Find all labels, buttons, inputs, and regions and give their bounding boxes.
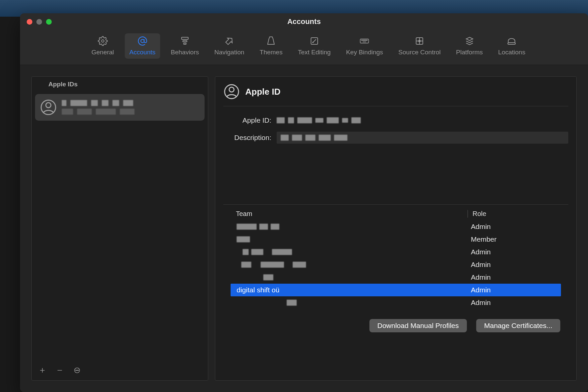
svg-rect-2	[182, 37, 188, 39]
table-header: Team Role	[231, 207, 561, 220]
table-row[interactable]: Admin	[231, 220, 561, 233]
svg-point-11	[367, 40, 367, 41]
apple-id-value	[277, 117, 568, 123]
svg-point-30	[229, 87, 234, 92]
role-cell: Admin	[471, 223, 558, 231]
svg-point-0	[101, 40, 104, 42]
tab-label: Locations	[498, 49, 525, 56]
tab-behaviors[interactable]: Behaviors	[166, 33, 204, 59]
tab-label: Platforms	[456, 49, 483, 56]
svg-point-7	[362, 40, 362, 41]
svg-point-8	[363, 40, 364, 41]
gear-icon	[97, 36, 108, 46]
source-control-icon	[414, 36, 425, 46]
table-row-selected[interactable]: digital shift oü Admin	[231, 284, 561, 296]
table-row[interactable]: Member	[231, 233, 561, 246]
tab-label: Key Bindings	[346, 49, 383, 56]
content-area: Apple IDs	[20, 65, 588, 392]
svg-point-28	[78, 370, 79, 371]
traffic-lights	[27, 19, 52, 25]
tab-label: General	[91, 49, 114, 56]
description-value	[277, 132, 568, 144]
account-options-button[interactable]	[72, 366, 82, 375]
close-window-button[interactable]	[27, 19, 32, 25]
role-cell: Admin	[471, 261, 558, 269]
download-manual-profiles-button[interactable]: Download Manual Profiles	[369, 319, 467, 332]
apple-id-field-row: Apple ID:	[223, 116, 568, 124]
sidebar-header: Apple IDs	[32, 77, 208, 92]
apple-id-label: Apple ID:	[223, 116, 277, 124]
svg-rect-3	[183, 41, 187, 42]
role-cell: Member	[471, 235, 558, 243]
role-cell: Admin	[471, 273, 558, 281]
minimize-window-button[interactable]	[36, 19, 42, 25]
titlebar: Accounts	[20, 13, 588, 30]
user-avatar-icon	[40, 99, 57, 116]
role-cell: Admin	[471, 286, 558, 294]
table-row[interactable]: Admin	[231, 258, 561, 271]
svg-rect-4	[184, 43, 186, 44]
themes-icon	[265, 36, 277, 46]
window-title: Accounts	[20, 17, 588, 26]
detail-actions: Download Manual Profiles Manage Certific…	[223, 309, 568, 332]
preferences-window: Accounts General Accounts Behaviors Navi…	[20, 13, 588, 392]
account-row[interactable]	[35, 94, 205, 121]
description-input[interactable]	[277, 132, 568, 144]
tab-text-editing[interactable]: Text Editing	[293, 33, 335, 59]
text-editing-icon	[309, 36, 320, 46]
sidebar-footer	[32, 362, 208, 380]
manage-certificates-button[interactable]: Manage Certificates...	[476, 319, 560, 332]
account-row-content	[62, 100, 200, 115]
account-detail-panel: Apple ID Apple ID:	[215, 76, 577, 381]
locations-icon	[506, 36, 517, 46]
user-avatar-icon	[223, 83, 240, 100]
tab-label: Text Editing	[298, 49, 331, 56]
tab-locations[interactable]: Locations	[494, 33, 530, 59]
column-role[interactable]: Role	[468, 210, 558, 218]
tab-source-control[interactable]: Source Control	[394, 33, 446, 59]
svg-point-21	[46, 103, 51, 108]
at-icon	[137, 36, 148, 46]
tab-platforms[interactable]: Platforms	[452, 33, 488, 59]
tab-accounts[interactable]: Accounts	[125, 33, 160, 59]
tab-label: Accounts	[129, 49, 156, 56]
tab-label: Behaviors	[171, 49, 199, 56]
svg-point-10	[365, 40, 366, 41]
divider	[223, 204, 568, 205]
key-bindings-icon	[359, 36, 370, 46]
add-account-button[interactable]	[38, 366, 47, 375]
detail-fields: Apple ID: Descripti	[223, 106, 568, 154]
behaviors-icon	[179, 36, 191, 46]
tab-label: Themes	[260, 49, 283, 56]
table-body: Admin Member Admin Admin	[231, 220, 561, 309]
accounts-list	[32, 92, 208, 362]
table-row[interactable]: Admin	[231, 246, 561, 258]
tab-themes[interactable]: Themes	[255, 33, 287, 59]
description-label: Description:	[223, 134, 277, 142]
description-field-row: Description:	[223, 132, 568, 144]
platforms-icon	[464, 36, 475, 46]
remove-account-button[interactable]	[55, 366, 64, 375]
preferences-toolbar: General Accounts Behaviors Navigation Th…	[20, 30, 588, 65]
navigation-icon	[224, 36, 235, 46]
svg-rect-19	[508, 43, 516, 44]
teams-table: Team Role Admin Member Admin	[223, 207, 568, 309]
role-cell: Admin	[471, 299, 558, 307]
team-cell: digital shift oü	[237, 286, 471, 294]
role-cell: Admin	[471, 248, 558, 256]
tab-label: Source Control	[398, 49, 441, 56]
svg-point-1	[141, 39, 144, 43]
svg-point-26	[76, 370, 76, 371]
svg-point-27	[77, 370, 77, 371]
tab-navigation[interactable]: Navigation	[210, 33, 249, 59]
accounts-sidebar: Apple IDs	[31, 76, 208, 381]
tab-general[interactable]: General	[87, 33, 119, 59]
detail-title: Apple ID	[245, 87, 280, 97]
tab-key-bindings[interactable]: Key Bindings	[341, 33, 388, 59]
svg-point-14	[419, 40, 420, 42]
table-row[interactable]: Admin	[231, 296, 561, 309]
detail-header: Apple ID	[223, 83, 568, 106]
table-row[interactable]: Admin	[231, 271, 561, 284]
zoom-window-button[interactable]	[46, 19, 52, 25]
column-team[interactable]: Team	[234, 210, 468, 218]
